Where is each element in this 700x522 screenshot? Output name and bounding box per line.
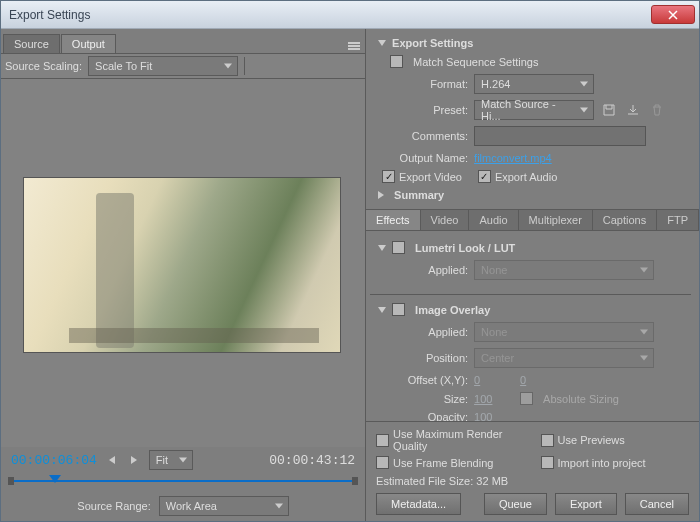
delete-preset-icon[interactable]	[648, 101, 666, 119]
effects-scroll[interactable]: Lumetri Look / LUT Applied: None Image O…	[366, 231, 699, 421]
tab-audio[interactable]: Audio	[469, 210, 518, 230]
tab-effects[interactable]: Effects	[366, 210, 420, 230]
duration-timecode: 00:00:43:12	[269, 453, 355, 468]
overlay-applied-dropdown: None	[474, 322, 654, 342]
next-frame-icon[interactable]	[127, 453, 141, 467]
save-preset-icon[interactable]	[600, 101, 618, 119]
import-preset-icon[interactable]	[624, 101, 642, 119]
export-settings-header[interactable]: Export Settings	[378, 37, 687, 49]
source-range-label: Source Range:	[77, 500, 150, 512]
overlay-offset-label: Offset (X,Y):	[378, 374, 468, 386]
timeline[interactable]	[1, 473, 365, 491]
format-dropdown[interactable]: H.264	[474, 74, 594, 94]
import-project-checkbox[interactable]	[541, 456, 554, 469]
overlay-size: 100	[474, 393, 514, 405]
preset-dropdown[interactable]: Match Source - Hi...	[474, 100, 594, 120]
overlay-position-label: Position:	[378, 352, 468, 364]
source-range-dropdown[interactable]: Work Area	[159, 496, 289, 516]
tab-output[interactable]: Output	[61, 34, 116, 53]
overlay-opacity: 100	[474, 411, 514, 421]
video-preview[interactable]	[23, 177, 341, 353]
divider	[244, 57, 245, 75]
output-name-link[interactable]: filmconvert.mp4	[474, 152, 552, 164]
overlay-checkbox[interactable]	[392, 303, 405, 316]
preview-tabs: Source Output	[1, 29, 365, 53]
lumetri-checkbox[interactable]	[392, 241, 405, 254]
comments-input[interactable]	[474, 126, 646, 146]
export-audio-label: Export Audio	[495, 171, 557, 183]
max-quality-checkbox[interactable]	[376, 434, 389, 447]
max-quality-label: Use Maximum Render Quality	[393, 428, 524, 452]
overlay-opacity-label: Opacity:	[378, 411, 468, 421]
disclose-icon	[378, 40, 386, 46]
frame-blending-checkbox[interactable]	[376, 456, 389, 469]
right-panel: Export Settings Match Sequence Settings …	[366, 29, 699, 521]
use-previews-checkbox[interactable]	[541, 434, 554, 447]
import-project-label: Import into project	[558, 457, 646, 469]
out-point-handle[interactable]	[352, 477, 358, 485]
panel-menu-icon[interactable]	[345, 39, 363, 53]
cancel-button[interactable]: Cancel	[625, 493, 689, 515]
match-sequence-label: Match Sequence Settings	[413, 56, 538, 68]
footer: Use Maximum Render Quality Use Previews …	[366, 421, 699, 521]
timeline-bar	[11, 480, 355, 482]
lumetri-header[interactable]: Lumetri Look / LUT	[378, 241, 683, 254]
left-panel: Source Output Source Scaling: Scale To F…	[1, 29, 366, 521]
abs-sizing-label: Absolute Sizing	[543, 393, 619, 405]
export-button[interactable]: Export	[555, 493, 617, 515]
titlebar: Export Settings	[1, 1, 699, 29]
tab-video[interactable]: Video	[421, 210, 470, 230]
scaling-label: Source Scaling:	[5, 60, 82, 72]
estimated-size: Estimated File Size: 32 MB	[376, 475, 689, 487]
scaling-row: Source Scaling: Scale To Fit	[1, 53, 365, 79]
metadata-button[interactable]: Metadata...	[376, 493, 461, 515]
use-previews-label: Use Previews	[558, 434, 625, 446]
comments-label: Comments:	[378, 130, 468, 142]
match-sequence-checkbox[interactable]	[390, 55, 403, 68]
tab-multiplexer[interactable]: Multiplexer	[519, 210, 593, 230]
overlay-applied-label: Applied:	[378, 326, 468, 338]
tab-ftp[interactable]: FTP	[657, 210, 699, 230]
disclose-icon	[378, 245, 386, 251]
zoom-dropdown[interactable]: Fit	[149, 450, 193, 470]
overlay-header[interactable]: Image Overlay	[378, 303, 683, 316]
window-title: Export Settings	[9, 8, 90, 22]
preset-label: Preset:	[378, 104, 468, 116]
in-point-handle[interactable]	[8, 477, 14, 485]
frame-blending-label: Use Frame Blending	[393, 457, 493, 469]
overlay-position-dropdown: Center	[474, 348, 654, 368]
tab-captions[interactable]: Captions	[593, 210, 657, 230]
prev-frame-icon[interactable]	[105, 453, 119, 467]
summary-header[interactable]: Summary	[378, 189, 687, 201]
disclose-icon	[378, 307, 386, 313]
playhead[interactable]	[49, 475, 61, 487]
overlay-size-label: Size:	[378, 393, 468, 405]
close-icon	[668, 10, 678, 20]
offset-x: 0	[474, 374, 514, 386]
settings-tabs: Effects Video Audio Multiplexer Captions…	[366, 209, 699, 231]
format-label: Format:	[378, 78, 468, 90]
scaling-dropdown[interactable]: Scale To Fit	[88, 56, 238, 76]
disclose-icon	[378, 191, 388, 199]
output-name-label: Output Name:	[378, 152, 468, 164]
export-video-checkbox[interactable]	[382, 170, 395, 183]
queue-button[interactable]: Queue	[484, 493, 547, 515]
tab-source[interactable]: Source	[3, 34, 60, 53]
lumetri-applied-label: Applied:	[378, 264, 468, 276]
export-settings-dialog: Export Settings Source Output Source Sca…	[0, 0, 700, 522]
export-video-label: Export Video	[399, 171, 462, 183]
lumetri-applied-dropdown: None	[474, 260, 654, 280]
export-audio-checkbox[interactable]	[478, 170, 491, 183]
abs-sizing-checkbox	[520, 392, 533, 405]
preview-area	[1, 79, 365, 447]
close-button[interactable]	[651, 5, 695, 24]
offset-y: 0	[520, 374, 560, 386]
current-timecode[interactable]: 00:00:06:04	[11, 453, 97, 468]
